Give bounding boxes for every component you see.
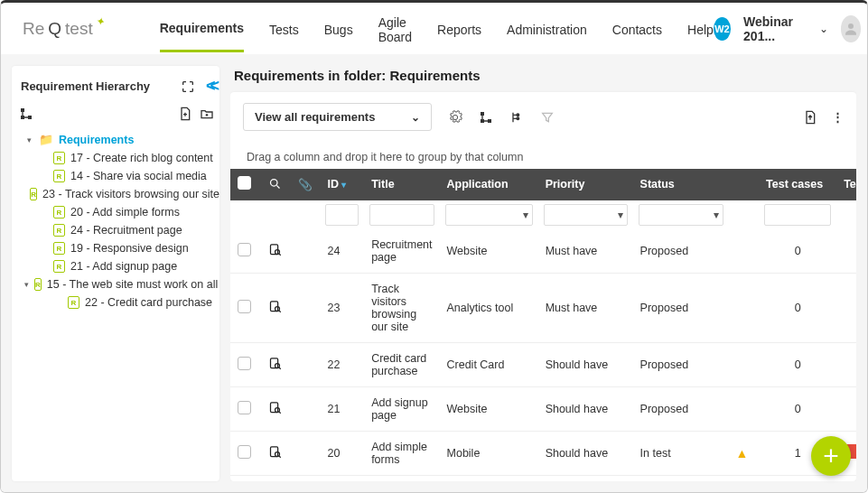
app-header: ReQtest✦ RequirementsTestsBugsAgile Boar…: [1, 3, 867, 55]
cell-id: 23: [320, 273, 364, 342]
collapse-panel-icon[interactable]: <<: [206, 77, 214, 96]
column-header[interactable]: Priority: [538, 169, 633, 200]
column-header[interactable]: [729, 169, 760, 200]
filter-input[interactable]: [325, 204, 359, 226]
row-checkbox[interactable]: [238, 401, 251, 414]
requirements-panel: View all requirements ⌄: [230, 92, 856, 481]
column-header[interactable]: [261, 169, 292, 200]
tree-item[interactable]: 17 - Create rich blog content: [70, 152, 213, 164]
add-button[interactable]: +: [811, 436, 851, 476]
nav-item-reports[interactable]: Reports: [437, 6, 481, 51]
tree-view-icon[interactable]: [509, 110, 524, 125]
tree-item[interactable]: 23 - Track visitors browsing our site: [42, 188, 219, 200]
main-area: Requirement Hierarchy << ▾📁RequirementsR…: [1, 55, 867, 492]
cell-title: Credit card purchase: [364, 342, 439, 386]
requirement-icon: R: [53, 260, 65, 273]
preview-icon[interactable]: [268, 400, 283, 414]
nav-item-requirements[interactable]: Requirements: [160, 5, 244, 52]
requirement-icon: R: [30, 188, 37, 200]
tree-root[interactable]: Requirements: [59, 134, 134, 146]
filter-select[interactable]: ▾: [544, 204, 628, 226]
requirement-icon: R: [53, 242, 65, 255]
tree-toggle[interactable]: ▾: [24, 135, 33, 144]
column-header[interactable]: Application: [440, 169, 538, 200]
nav-item-administration[interactable]: Administration: [507, 6, 587, 51]
row-checkbox[interactable]: [238, 357, 251, 370]
column-header[interactable]: [230, 169, 261, 200]
new-folder-icon[interactable]: [200, 107, 214, 121]
table-row[interactable]: 24Recruitment pageWebsiteMust havePropos…: [230, 229, 856, 274]
nav-item-help[interactable]: Help: [687, 6, 714, 51]
preview-icon[interactable]: [268, 299, 283, 313]
table-row[interactable]: 20Add simple formsMobileShould haveIn te…: [230, 431, 856, 475]
expand-icon[interactable]: [181, 79, 195, 94]
svg-point-0: [848, 23, 854, 29]
nav-item-tests[interactable]: Tests: [269, 6, 299, 51]
svg-point-7: [517, 114, 519, 116]
tree-item[interactable]: 21 - Add signup page: [70, 260, 177, 273]
table-row[interactable]: 23Track visitors browsing our siteAnalyt…: [230, 273, 856, 342]
row-checkbox[interactable]: [238, 243, 251, 256]
main-nav: RequirementsTestsBugsAgile BoardReportsA…: [160, 0, 714, 59]
hierarchy-toggle-icon[interactable]: [479, 110, 493, 125]
tree-item[interactable]: 20 - Add simple forms: [70, 206, 180, 219]
svg-rect-1: [21, 108, 24, 112]
row-checkbox[interactable]: [238, 300, 251, 313]
cell-title: Recruitment page: [364, 229, 439, 274]
svg-rect-6: [488, 119, 491, 123]
column-header[interactable]: 📎: [291, 169, 320, 200]
table-row[interactable]: 22Credit card purchaseCredit CardShould …: [230, 342, 856, 386]
select-all-checkbox[interactable]: [238, 176, 251, 190]
sidebar-title: Requirement Hierarchy: [21, 79, 150, 93]
gear-icon[interactable]: [448, 110, 462, 125]
requirements-table-wrap[interactable]: 📎ID▾TitleApplicationPriorityStatusTest c…: [230, 169, 856, 481]
filter-select[interactable]: ▾: [445, 204, 533, 226]
preview-icon[interactable]: [268, 242, 283, 256]
requirements-table: 📎ID▾TitleApplicationPriorityStatusTest c…: [230, 169, 856, 481]
svg-point-8: [517, 117, 519, 120]
column-header[interactable]: Status: [633, 169, 729, 200]
filter-icon[interactable]: [540, 110, 555, 125]
table-row[interactable]: 19Responsive designMobile,WebsiteMust ha…: [230, 475, 856, 481]
page-title: Requirements in folder: Requirements: [230, 66, 856, 92]
filter-input[interactable]: [764, 204, 831, 226]
nav-item-bugs[interactable]: Bugs: [324, 6, 353, 51]
more-menu-icon[interactable]: ⋮: [832, 110, 844, 124]
requirement-icon: R: [53, 170, 65, 182]
tree-item[interactable]: 15 - The web site must work on all l: [47, 278, 219, 291]
requirement-icon: R: [53, 152, 65, 164]
view-selector[interactable]: View all requirements ⌄: [243, 103, 432, 131]
column-header[interactable]: Test re: [836, 169, 856, 200]
project-switcher[interactable]: Webinar 201...: [743, 14, 807, 43]
tree-item[interactable]: 14 - Share via social media: [70, 170, 207, 182]
attachment-icon: 📎: [298, 179, 313, 191]
project-badge: W2: [714, 17, 731, 41]
row-checkbox[interactable]: [238, 445, 251, 459]
sort-indicator-icon[interactable]: ▾: [341, 180, 346, 190]
nav-item-contacts[interactable]: Contacts: [612, 6, 662, 51]
filter-select[interactable]: ▾: [639, 204, 723, 226]
search-icon[interactable]: [268, 176, 283, 191]
content-area: Requirements in folder: Requirements Vie…: [230, 66, 856, 481]
new-requirement-icon[interactable]: [178, 107, 192, 121]
column-header[interactable]: Test cases: [759, 169, 836, 200]
tree-item[interactable]: 19 - Responsive design: [70, 242, 189, 255]
group-drop-hint[interactable]: Drag a column and drop it here to group …: [230, 142, 856, 169]
export-icon[interactable]: [803, 110, 817, 125]
preview-icon[interactable]: [268, 356, 283, 370]
tree-toggle[interactable]: ▾: [24, 280, 29, 289]
folder-icon: 📁: [39, 133, 53, 146]
chevron-down-icon[interactable]: ⌄: [819, 23, 828, 35]
tree-item[interactable]: 24 - Recruitment page: [70, 224, 182, 237]
user-avatar[interactable]: [841, 15, 861, 42]
tree-item[interactable]: 22 - Credit card purchase: [85, 296, 212, 309]
nav-item-agile-board[interactable]: Agile Board: [378, 0, 412, 59]
cell-id: 24: [320, 229, 364, 274]
column-header[interactable]: ID▾: [320, 169, 364, 200]
column-header[interactable]: Title: [364, 169, 439, 200]
table-row[interactable]: 21Add signup pageWebsiteShould havePropo…: [230, 386, 856, 431]
svg-rect-3: [28, 116, 32, 119]
filter-input[interactable]: [369, 204, 434, 226]
preview-icon[interactable]: [268, 444, 283, 459]
hierarchy-icon[interactable]: [19, 107, 33, 121]
